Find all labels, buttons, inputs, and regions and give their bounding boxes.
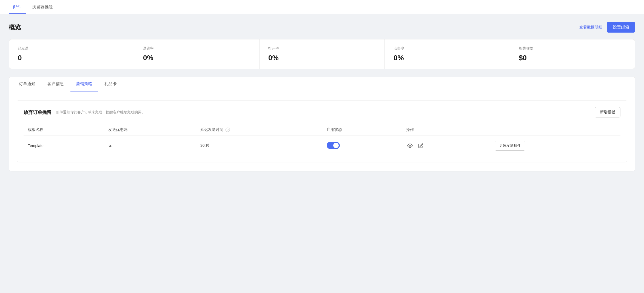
- edit-icon-button[interactable]: [417, 142, 424, 149]
- add-template-button[interactable]: 新增模板: [595, 107, 620, 117]
- sub-tab-customer-info[interactable]: 客户信息: [42, 77, 69, 91]
- cell-actions: [402, 136, 490, 156]
- stat-delivery-rate: 送达率 0%: [134, 39, 260, 69]
- sub-tab-gift-card[interactable]: 礼品卡: [99, 77, 122, 91]
- change-email-button[interactable]: 更改发送邮件: [495, 141, 525, 151]
- stat-sent: 已发送 0: [9, 39, 134, 69]
- view-icon-button[interactable]: [406, 142, 414, 150]
- col-extra: [490, 124, 620, 136]
- page-title: 概览: [9, 23, 21, 31]
- stat-revenue: 相关收益 $0: [510, 39, 635, 69]
- edit-icon: [418, 143, 423, 148]
- sub-tab-order-notice[interactable]: 订单通知: [13, 77, 41, 91]
- stat-click-rate: 点击率 0%: [385, 39, 510, 69]
- stat-revenue-value: $0: [519, 54, 626, 62]
- main-content: 概览 查看数据明细 设置邮箱 已发送 0 送达率 0% 打开率 0% 点击率 0…: [0, 14, 644, 179]
- view-details-link[interactable]: 查看数据明细: [579, 25, 602, 30]
- content-section: 放弃订单挽留 邮件通知你的客户订单未完成，提醒客户继续完成购买。 新增模板 模板…: [9, 91, 635, 171]
- header-row: 概览 查看数据明细 设置邮箱: [9, 22, 635, 33]
- action-icons-group: [406, 142, 486, 150]
- cell-delay-time: 30 秒: [196, 136, 322, 156]
- cell-send-coupon: 无: [104, 136, 196, 156]
- col-template-name: 模板名称: [24, 124, 104, 136]
- inner-card-title-group: 放弃订单挽留 邮件通知你的客户订单未完成，提醒客户继续完成购买。: [24, 109, 145, 116]
- col-actions: 操作: [402, 124, 490, 136]
- sub-tab-bar: 订单通知 客户信息 营销策略 礼品卡: [9, 77, 635, 91]
- stat-delivery-rate-value: 0%: [143, 54, 250, 62]
- top-tab-bar: 邮件 浏览器推送: [0, 0, 644, 14]
- header-actions: 查看数据明细 设置邮箱: [579, 22, 635, 33]
- cell-status: [322, 136, 402, 156]
- stat-sent-label: 已发送: [18, 46, 125, 51]
- abandon-order-card: 放弃订单挽留 邮件通知你的客户订单未完成，提醒客户继续完成购买。 新增模板 模板…: [17, 100, 627, 162]
- table-header: 模板名称 发送优惠码 延迟发送时间 ? 启用状态 操作: [24, 124, 620, 136]
- status-toggle[interactable]: [327, 142, 340, 149]
- table-row: Template 无 30 秒: [24, 136, 620, 156]
- svg-point-0: [409, 145, 411, 146]
- stat-click-rate-value: 0%: [394, 54, 501, 62]
- table-body: Template 无 30 秒: [24, 136, 620, 156]
- inner-card-desc: 邮件通知你的客户订单未完成，提醒客户继续完成购买。: [56, 110, 145, 115]
- top-tab-mail[interactable]: 邮件: [9, 1, 26, 14]
- setup-email-button[interactable]: 设置邮箱: [607, 22, 635, 33]
- delay-time-help-icon: ?: [226, 128, 230, 132]
- cell-change-email: 更改发送邮件: [490, 136, 620, 156]
- stat-click-rate-label: 点击率: [394, 46, 501, 51]
- sub-tab-marketing[interactable]: 营销策略: [70, 77, 98, 91]
- col-send-coupon: 发送优惠码: [104, 124, 196, 136]
- top-tab-browser-push[interactable]: 浏览器推送: [28, 1, 57, 14]
- stats-card: 已发送 0 送达率 0% 打开率 0% 点击率 0% 相关收益 $0: [9, 39, 635, 69]
- cell-template-name: Template: [24, 136, 104, 156]
- col-delay-time: 延迟发送时间 ?: [196, 124, 322, 136]
- stat-delivery-rate-label: 送达率: [143, 46, 250, 51]
- templates-table: 模板名称 发送优惠码 延迟发送时间 ? 启用状态 操作 Template: [24, 124, 620, 156]
- inner-card-title: 放弃订单挽留: [24, 109, 52, 116]
- eye-icon: [407, 143, 413, 148]
- stat-open-rate-label: 打开率: [268, 46, 376, 51]
- stat-open-rate-value: 0%: [268, 54, 376, 62]
- stat-open-rate: 打开率 0%: [260, 39, 385, 69]
- inner-card-header: 放弃订单挽留 邮件通知你的客户订单未完成，提醒客户继续完成购买。 新增模板: [24, 107, 620, 117]
- stat-revenue-label: 相关收益: [519, 46, 626, 51]
- col-status: 启用状态: [322, 124, 402, 136]
- stat-sent-value: 0: [18, 54, 125, 62]
